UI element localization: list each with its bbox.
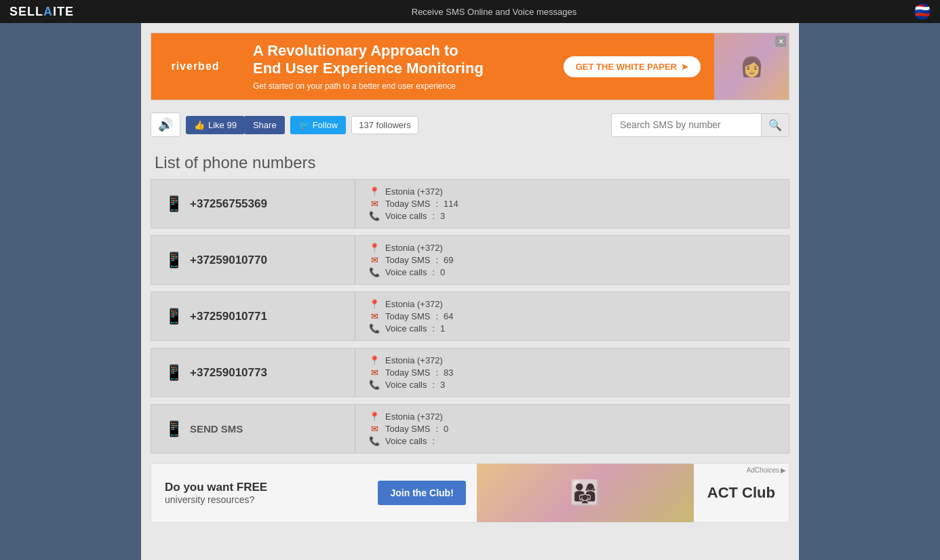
followers-badge: 137 followers — [351, 116, 418, 134]
phone-list: 📱 +37256755369 📍 Estonia (+372) ✉ Today … — [141, 179, 799, 454]
banner-cta-button[interactable]: GET THE WHITE PAPER ➤ — [564, 56, 701, 77]
fb-like-label: Like 99 — [208, 120, 237, 130]
phone-number-cell: 📱 +37259010773 — [151, 348, 355, 397]
sms-count: 83 — [444, 367, 453, 378]
toolbar: 🔊 👍 Like 99 Share 🐦 Follow 137 followers… — [141, 107, 799, 142]
phone-sms: ✉ Today SMS : 0 — [369, 424, 775, 434]
voice-icon: 📞 — [369, 323, 380, 334]
table-row[interactable]: 📱 +37259010773 📍 Estonia (+372) ✉ Today … — [151, 348, 789, 397]
send-sms-row[interactable]: 📱 SEND SMS 📍 Estonia (+372) ✉ Today SMS … — [151, 404, 789, 454]
search-button[interactable]: 🔍 — [761, 114, 789, 136]
banner-cta-area[interactable]: GET THE WHITE PAPER ➤ — [550, 33, 714, 100]
sms-icon: ✉ — [369, 199, 380, 209]
location-icon: 📍 — [369, 355, 380, 365]
fb-thumb-icon: 👍 — [194, 120, 205, 130]
banner-close[interactable]: ✕ — [775, 36, 786, 47]
sound-icon: 🔊 — [158, 117, 173, 132]
voice-icon: 📞 — [369, 436, 380, 446]
voice-label: Voice calls — [385, 211, 427, 221]
sms-count: 69 — [444, 255, 453, 265]
phone-country: 📍 Estonia (+372) — [369, 355, 775, 365]
phone-sms: ✉ Today SMS : 114 — [369, 199, 775, 209]
phone-number-value: +37256755369 — [190, 197, 267, 211]
phone-number-cell: 📱 +37256755369 — [151, 180, 355, 228]
tw-follow-label: Follow — [313, 120, 338, 130]
voice-label: Voice calls — [385, 380, 427, 390]
voice-count: 0 — [440, 267, 445, 277]
voice-icon: 📞 — [369, 267, 380, 277]
main-wrapper: riverbed A Revolutionary Approach to End… — [141, 23, 799, 560]
phone-icon: 📱 — [165, 420, 183, 438]
voice-separator: : — [432, 380, 435, 390]
flag-icon: 🇷🇺 — [914, 3, 931, 20]
phone-voice: 📞 Voice calls : 3 — [369, 380, 775, 390]
table-row[interactable]: 📱 +37259010771 📍 Estonia (+372) ✉ Today … — [151, 292, 789, 341]
followers-text: followers — [376, 120, 411, 130]
phone-number-value: +37259010771 — [190, 310, 267, 323]
search-area: 🔍 — [611, 113, 789, 137]
fb-share-button[interactable]: Share — [245, 116, 285, 134]
phone-icon: 📱 — [165, 308, 183, 325]
fb-like-button[interactable]: 👍 Like 99 — [186, 116, 245, 134]
voice-count: 3 — [440, 211, 445, 221]
table-row[interactable]: 📱 +37256755369 📍 Estonia (+372) ✉ Today … — [151, 179, 789, 228]
bottom-ad: AdChoices ▶ Do you want FREE university … — [151, 463, 789, 523]
voice-count: 1 — [440, 323, 445, 334]
voice-separator: : — [432, 323, 435, 334]
phone-voice: 📞 Voice calls : 1 — [369, 323, 775, 334]
sms-separator: : — [435, 255, 438, 265]
twitter-bird-icon: 🐦 — [298, 120, 309, 130]
banner-content: A Revolutionary Approach to End User Exp… — [239, 33, 550, 100]
phone-sms: ✉ Today SMS : 64 — [369, 311, 775, 321]
sound-button[interactable]: 🔊 — [151, 113, 180, 137]
bottom-ad-cta-button[interactable]: Join the Club! — [378, 481, 465, 505]
send-sms-details: 📍 Estonia (+372) ✉ Today SMS : 0 📞 Voice… — [355, 405, 789, 453]
phone-icon: 📱 — [165, 195, 183, 213]
ad-choices: AdChoices ▶ — [747, 466, 786, 474]
banner-ad-inner: riverbed A Revolutionary Approach to End… — [151, 33, 789, 100]
voice-separator: : — [432, 267, 435, 277]
sms-label: Today SMS — [385, 255, 430, 265]
bottom-ad-subtitle: university resources? — [165, 494, 364, 505]
ad-choices-icon: ▶ — [781, 466, 786, 474]
ad-choices-label: AdChoices — [747, 466, 779, 474]
sms-count: 114 — [444, 199, 458, 209]
phone-details-cell: 📍 Estonia (+372) ✉ Today SMS : 64 📞 Voic… — [355, 292, 789, 340]
bottom-ad-brand: ACT Club — [694, 477, 789, 508]
sms-label: Today SMS — [385, 367, 430, 378]
sms-icon: ✉ — [369, 311, 380, 321]
phone-country: 📍 Estonia (+372) — [369, 243, 775, 253]
voice-icon: 📞 — [369, 380, 380, 390]
table-row[interactable]: 📱 +37259010770 📍 Estonia (+372) ✉ Today … — [151, 235, 789, 285]
twitter-follow-button[interactable]: 🐦 Follow — [290, 116, 347, 134]
voice-separator: : — [432, 436, 435, 446]
sms-separator: : — [435, 367, 438, 378]
phone-icon: 📱 — [165, 364, 183, 382]
banner-brand: riverbed — [171, 60, 219, 73]
top-bar-message: Receive SMS Online and Voice messages — [74, 7, 914, 17]
banner-headline: A Revolutionary Approach to End User Exp… — [253, 42, 536, 78]
voice-label: Voice calls — [385, 436, 427, 446]
sms-separator: : — [435, 311, 438, 321]
search-icon: 🔍 — [768, 119, 782, 131]
page-title: List of phone numbers — [141, 142, 799, 179]
location-icon: 📍 — [369, 186, 380, 197]
country-label: Estonia (+372) — [385, 243, 443, 253]
phone-number-value: +37259010770 — [190, 254, 267, 267]
sms-icon: ✉ — [369, 367, 380, 378]
phone-details-cell: 📍 Estonia (+372) ✉ Today SMS : 114 📞 Voi… — [355, 180, 789, 228]
phone-country: 📍 Estonia (+372) — [369, 299, 775, 309]
phone-icon: 📱 — [165, 252, 183, 269]
voice-label: Voice calls — [385, 323, 427, 334]
phone-details-cell: 📍 Estonia (+372) ✉ Today SMS : 83 📞 Voic… — [355, 348, 789, 397]
location-icon: 📍 — [369, 243, 380, 253]
bottom-ad-content: Do you want FREE university resources? — [151, 464, 378, 522]
sms-label: Today SMS — [385, 424, 430, 434]
fb-buttons: 👍 Like 99 Share — [186, 116, 285, 134]
bottom-ad-image: 👨‍👩‍👧 — [477, 464, 694, 522]
search-input[interactable] — [612, 115, 761, 135]
sms-count: 64 — [444, 311, 453, 321]
phone-sms: ✉ Today SMS : 69 — [369, 255, 775, 265]
banner-ad: riverbed A Revolutionary Approach to End… — [141, 23, 799, 107]
sms-count: 0 — [444, 424, 448, 434]
